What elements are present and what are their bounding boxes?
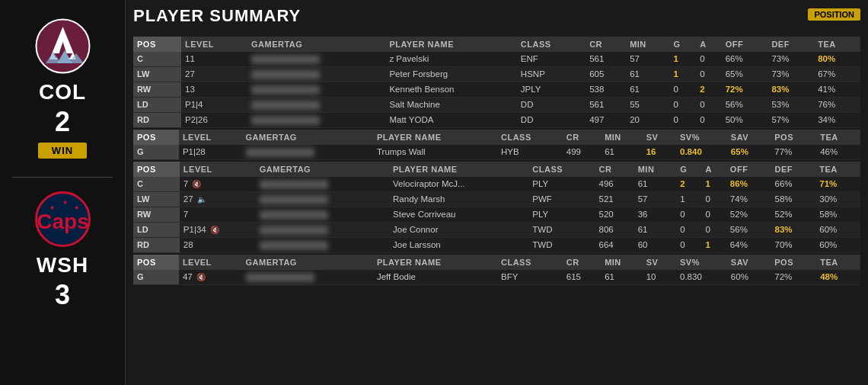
th-tea: TEA [816,130,860,145]
team-divider [12,177,112,178]
level-cell: P1|4 [181,97,247,112]
pos-stat-cell: 77% [771,145,816,159]
off-cell: 50% [722,112,768,127]
th-sav: SAV [727,130,771,145]
th-cr: CR [586,37,626,52]
th-min: MIN [634,162,676,177]
min-cell: 60 [634,237,676,252]
off-cell: 56% [722,97,768,112]
right-panel: POSITION PLAYER SUMMARY POS LEVEL GAMERT… [126,0,868,385]
min-cell: 20 [626,112,669,127]
a-cell: 0 [696,66,721,82]
th-sv: SV [643,130,676,145]
class-cell: TWD [528,237,595,252]
player-name-cell: Steve Corriveau [389,207,528,222]
pos-stat-cell: 72% [771,270,816,284]
gamertag-cell [256,177,389,191]
off-cell: 86% [726,177,771,191]
player-name-cell: Randy Marsh [389,191,528,207]
cr-cell: 615 [563,270,601,284]
th-pos: POS [133,130,179,145]
th-off: OFF [722,37,768,52]
a-cell: 0 [696,112,721,127]
tea-cell: 48% [816,270,860,284]
pos-cell: LD [133,222,180,237]
off-cell: 66% [722,52,768,66]
player-name-cell: Salt Machine [385,97,516,112]
min-cell: 61 [601,270,643,284]
min-cell: 61 [626,66,669,82]
off-cell: 72% [722,82,768,97]
th-tea: TEA [814,37,860,52]
a-cell: 0 [696,52,721,66]
th-class: CLASS [497,130,563,145]
th-min: MIN [601,255,643,270]
th-pos: POS [133,37,181,52]
th-gamertag: GAMERTAG [247,37,385,52]
def-cell: 52% [771,207,816,222]
level-cell: 11 [181,52,247,66]
table-row: LD P1|4 Salt Machine DD 561 55 0 0 56% 5… [133,97,860,112]
def-cell: 73% [767,66,814,82]
off-cell: 74% [726,191,771,207]
th-gamertag: GAMERTAG [242,255,373,270]
pos-cell: LD [133,97,181,112]
table-row: G 47 🔇 Jeff Bodie BFY 615 61 10 0.830 60… [133,270,860,284]
wsh-abbr: WSH [37,253,88,278]
sav-cell: 65% [727,145,771,159]
a-cell: 0 [696,97,721,112]
table-row: LW 27 Peter Forsberg HSNP 605 61 1 0 65%… [133,66,860,82]
th-playername: PLAYER NAME [373,130,497,145]
th-sv: SV [643,255,676,270]
col-goalie-header: POS LEVEL GAMERTAG PLAYER NAME CLASS CR … [133,130,860,145]
table-row: RW 7 Steve Corriveau PLY 520 36 0 0 52% … [133,207,860,222]
g-cell: 0 [670,112,697,127]
th-g: G [670,37,697,52]
th-pos-stat: POS [771,255,816,270]
wsh-skaters-header: POS LEVEL GAMERTAG PLAYER NAME CLASS CR … [133,162,860,177]
th-cr: CR [595,162,634,177]
g-cell: 2 [676,177,701,191]
gamertag-cell [256,207,389,222]
g-cell: 1 [676,191,701,207]
level-cell: 7 🔇 [180,177,256,191]
cr-cell: 520 [595,207,634,222]
level-cell: 7 [180,207,256,222]
table-row: RD 28 Joe Larsson TWD 664 60 0 1 64% 70%… [133,237,860,252]
pos-cell: RW [133,207,180,222]
gamertag-cell [242,145,373,159]
th-off: OFF [726,162,771,177]
player-name-cell: z Pavelski [385,52,516,66]
capitals-logo: Caps ★ ★ ★ [32,188,93,249]
a-cell: 0 [702,222,726,237]
team-col-section: COL 2 WIN [32,8,93,174]
svg-text:Caps: Caps [37,210,88,233]
cr-cell: 561 [586,52,626,66]
tea-cell: 60% [815,222,860,237]
tea-cell: 58% [815,207,860,222]
th-def: DEF [771,162,816,177]
g-cell: 0 [670,97,697,112]
th-cr: CR [563,255,601,270]
def-cell: 58% [771,191,816,207]
avalanche-logo [32,15,93,76]
pos-cell: RD [133,237,180,252]
wsh-skaters-table: POS LEVEL GAMERTAG PLAYER NAME CLASS CR … [133,162,860,253]
g-cell: 0 [676,207,701,222]
player-name-cell: Velociraptor McJ... [389,177,528,191]
wsh-score: 3 [55,279,70,311]
table-row: G P1|28 Trumps Wall HYB 499 61 16 0.840 … [133,145,860,159]
th-svp: SV% [676,255,727,270]
a-cell: 0 [702,207,726,222]
tea-cell: 34% [814,112,860,127]
tea-cell: 71% [815,177,860,191]
min-cell: 57 [634,191,676,207]
left-panel: COL 2 WIN Caps ★ ★ ★ WSH 3 [0,0,126,385]
level-cell: 13 [181,82,247,97]
level-cell: P2|26 [181,112,247,127]
off-cell: 64% [726,237,771,252]
position-badge: POSITION [808,8,860,21]
off-cell: 65% [722,66,768,82]
wsh-goalie-table: POS LEVEL GAMERTAG PLAYER NAME CLASS CR … [133,255,860,285]
a-cell: 2 [696,82,721,97]
